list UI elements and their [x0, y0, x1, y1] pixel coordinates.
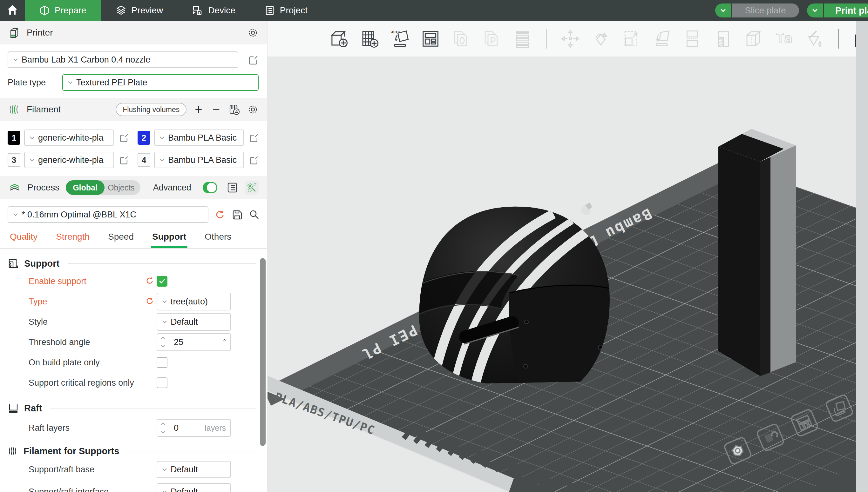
tab-label: Prepare [55, 5, 87, 16]
text-tool-icon[interactable]: Ta [773, 28, 794, 49]
support-raft-base-row: Support/raft base Default [8, 458, 267, 481]
plate-type-select[interactable]: Textured PEI Plate [62, 74, 259, 91]
advanced-toggle-switch[interactable] [203, 182, 217, 193]
on-build-plate-only-checkbox[interactable] [157, 357, 167, 368]
paste-icon[interactable] [481, 28, 502, 49]
remove-filament-button[interactable]: − [211, 103, 222, 116]
support-type-select[interactable]: tree(auto) [157, 293, 231, 311]
print-plate-button[interactable]: Print pla [824, 3, 868, 18]
tab-label: Project [280, 5, 308, 16]
add-filament-button[interactable]: + [193, 103, 204, 116]
support-raft-interface-select[interactable]: Default [157, 483, 231, 492]
spin-up-icon[interactable] [157, 420, 169, 428]
tab-preview[interactable]: Preview [101, 0, 178, 21]
search-preset-icon[interactable] [249, 209, 260, 220]
printer-preset-select[interactable]: Bambu Lab X1 Carbon 0.4 nozzle [8, 51, 238, 68]
search-parameters-icon[interactable] [244, 180, 259, 195]
tab-support[interactable]: Support [152, 232, 186, 248]
preview-layers-icon [116, 5, 126, 16]
raft-layers-value[interactable]: 0 [169, 420, 205, 436]
scope-objects-button[interactable]: Objects [104, 183, 140, 192]
reset-preset-icon[interactable] [214, 209, 226, 220]
auto-orient-icon[interactable]: AUTO [390, 28, 410, 49]
chevron-down-icon [811, 6, 819, 15]
edit-filament-1-icon[interactable] [118, 132, 129, 143]
build-plate-scene[interactable]: Bambu Dual-Sided Textured PEI Pl PLA/ABS… [267, 21, 856, 492]
prime-tower[interactable] [718, 129, 796, 376]
chevron-down-icon [161, 466, 168, 473]
filament-2-select[interactable]: Bambu PLA Basic [154, 129, 244, 146]
slice-dropdown-button[interactable] [715, 3, 731, 18]
filament-1-select[interactable]: generic-white-pla [24, 129, 114, 146]
parameter-list-icon[interactable] [226, 181, 238, 194]
tab-others[interactable]: Others [205, 232, 231, 248]
scope-global-button[interactable]: Global [66, 180, 104, 195]
split-to-objects-icon[interactable] [682, 28, 703, 49]
reset-enable-support-icon[interactable] [145, 276, 155, 287]
threshold-angle-stepper[interactable]: 25 ° [157, 333, 231, 351]
tab-quality[interactable]: Quality [10, 232, 38, 248]
panel-scrollbar-thumb[interactable] [260, 258, 266, 446]
home-button[interactable] [0, 0, 25, 21]
edit-filament-3-icon[interactable] [118, 154, 129, 165]
filament-4-select[interactable]: Bambu PLA Basic [154, 152, 244, 168]
scale-icon[interactable] [621, 28, 642, 49]
filament-3-select[interactable]: generic-white-pla [24, 152, 114, 168]
spin-down-icon[interactable] [157, 428, 169, 436]
support-style-select[interactable]: Default [157, 313, 231, 331]
edit-printer-icon[interactable] [247, 54, 259, 66]
filament-1-color-badge[interactable]: 1 [8, 131, 20, 145]
3d-viewport[interactable]: AUTO [267, 21, 856, 492]
rotate-icon[interactable] [590, 28, 611, 49]
filament-4-color-badge[interactable]: 4 [138, 153, 150, 167]
tab-prepare[interactable]: Prepare [25, 0, 101, 21]
helmet-rivet [524, 320, 529, 324]
add-plate-icon[interactable] [359, 28, 380, 49]
layers-list-icon[interactable] [512, 28, 533, 49]
process-preset-select[interactable]: * 0.16mm Optimal @BBL X1C [8, 206, 208, 223]
flushing-volumes-button[interactable]: Flushing volumes [116, 103, 187, 116]
filament-settings-gear-icon[interactable] [247, 104, 259, 115]
tab-device[interactable]: Device [178, 0, 250, 21]
spin-down-icon[interactable] [157, 342, 169, 350]
edit-filament-4-icon[interactable] [249, 154, 259, 165]
slice-plate-button[interactable]: Slice plate [732, 3, 799, 18]
ams-sync-icon[interactable] [228, 103, 241, 116]
support-raft-interface-row: Support/raft interface Default [8, 481, 267, 492]
copy-count-icon[interactable] [450, 28, 471, 49]
spin-up-icon[interactable] [157, 334, 169, 342]
support-group-icon [8, 258, 19, 269]
check-icon [158, 277, 166, 285]
color-paint-icon[interactable] [804, 28, 825, 49]
process-icon [8, 181, 21, 194]
model-helmet[interactable] [416, 202, 610, 387]
reset-support-type-icon[interactable] [145, 296, 155, 307]
filament-slot-3: 3 generic-white-pla [8, 152, 129, 168]
tab-strength[interactable]: Strength [56, 232, 90, 248]
assembly-view-icon[interactable] [852, 28, 856, 49]
save-preset-icon[interactable] [231, 209, 243, 220]
lay-on-face-icon[interactable] [651, 28, 672, 49]
move-icon[interactable] [560, 28, 581, 49]
support-raft-base-select[interactable]: Default [157, 461, 231, 478]
cut-icon[interactable] [743, 28, 764, 49]
edit-filament-2-icon[interactable] [249, 132, 259, 143]
filament-2-color-badge[interactable]: 2 [138, 131, 150, 145]
print-dropdown-button[interactable] [807, 3, 823, 18]
split-to-parts-icon[interactable] [712, 28, 733, 49]
filament-3-color-badge[interactable]: 3 [8, 153, 20, 167]
tab-project[interactable]: Project [250, 0, 322, 21]
support-critical-regions-checkbox[interactable] [157, 377, 167, 388]
add-object-icon[interactable] [329, 28, 350, 49]
threshold-angle-value[interactable]: 25 [169, 334, 223, 350]
enable-support-checkbox[interactable] [157, 276, 231, 287]
support-type-row: Type tree(auto) [8, 291, 267, 312]
arrange-icon[interactable] [420, 28, 441, 49]
tab-speed[interactable]: Speed [108, 232, 134, 248]
printer-settings-gear-icon[interactable] [247, 27, 259, 39]
advanced-toggle-label: Advanced [153, 183, 191, 193]
printer-section-title: Printer [27, 28, 53, 38]
process-tab-bar: Quality Strength Speed Support Others [0, 225, 267, 249]
chevron-down-icon [719, 6, 727, 15]
raft-layers-stepper[interactable]: 0 layers [157, 419, 231, 437]
